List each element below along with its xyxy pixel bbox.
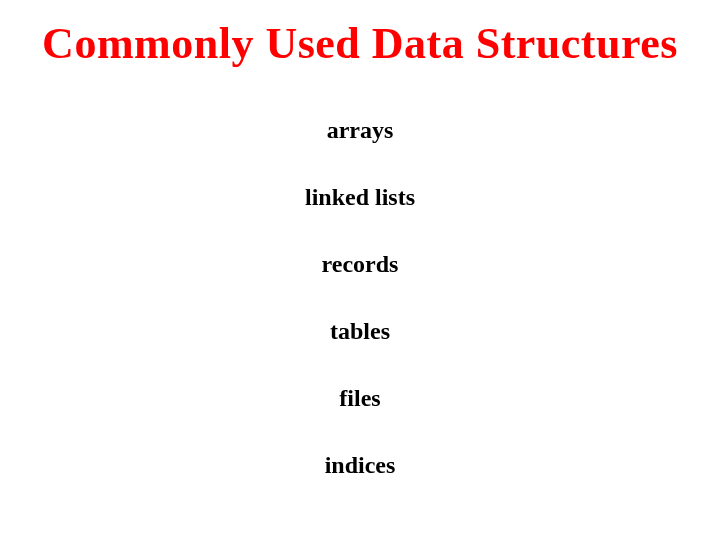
list-item: linked lists [305, 184, 415, 211]
slide: Commonly Used Data Structures arrays lin… [0, 0, 720, 540]
list-item: indices [325, 452, 396, 479]
list-item: files [339, 385, 380, 412]
list-item: records [322, 251, 399, 278]
list-item: arrays [327, 117, 394, 144]
item-list: arrays linked lists records tables files… [0, 117, 720, 479]
slide-title: Commonly Used Data Structures [0, 18, 720, 69]
list-item: tables [330, 318, 390, 345]
